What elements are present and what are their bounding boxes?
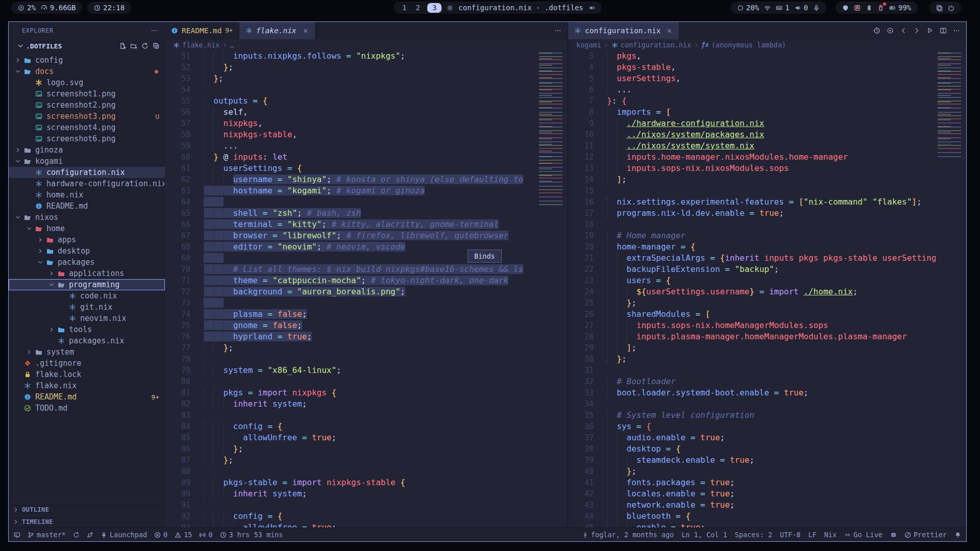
tree-item-git.nix[interactable]: git.nix xyxy=(9,302,165,313)
mouse-item[interactable] xyxy=(877,5,884,11)
outline-section[interactable]: OUTLINE xyxy=(9,503,165,516)
code-line-86[interactable]: 86 }; xyxy=(165,443,537,455)
tree-item-hardware-configuration.nix[interactable]: hardware-configuration.nix xyxy=(9,178,165,189)
history-icon[interactable] xyxy=(873,27,880,34)
code-line-11[interactable]: 11 ../nixos/system/system.nix xyxy=(568,140,936,152)
code-line-34[interactable]: 34 xyxy=(568,398,936,410)
code-line-15[interactable]: 15 xyxy=(568,185,936,196)
power-item[interactable] xyxy=(948,5,954,11)
code-line-38[interactable]: 38 desktop = { xyxy=(568,443,936,455)
tree-item-home[interactable]: home xyxy=(9,223,165,234)
code-line-29[interactable]: 29 ]; xyxy=(568,342,936,354)
status-ports[interactable]: 0 xyxy=(199,531,212,539)
code-line-12[interactable]: 12 inputs.home-manager.nixosModules.home… xyxy=(568,152,936,163)
tree-item-screenshot6.png[interactable]: screenshot6.png xyxy=(9,133,165,144)
code-line-24[interactable]: 24 ${userSettings.username} = import ./h… xyxy=(568,286,936,297)
breadcrumb-item[interactable]: configuration.nix xyxy=(611,41,691,49)
code-line-57[interactable]: 57 nixpkgs, xyxy=(165,118,537,129)
code-line-18[interactable]: 18 xyxy=(568,219,936,230)
status-errors[interactable]: 0 xyxy=(154,531,167,539)
code-line-67[interactable]: 67 browser = "librewolf"; # firefox, lib… xyxy=(165,230,537,241)
code-line-5[interactable]: 5 userSettings, xyxy=(568,73,936,84)
code-line-51[interactable]: 51 inputs.nixpkgs.follows = "nixpkgs"; xyxy=(165,51,537,62)
code-line-74[interactable]: 74 plasma = false; xyxy=(165,309,537,320)
tree-item-screenshot3.png[interactable]: screenshot3.pngU xyxy=(9,111,165,122)
tree-item-programming[interactable]: programming xyxy=(9,279,165,290)
code-line-70[interactable]: 70 # List all themes: $ nix build nixpkg… xyxy=(165,264,537,275)
code-line-6[interactable]: 6 ... xyxy=(568,84,936,95)
status-remote-indicator[interactable] xyxy=(14,532,20,538)
code-line-87[interactable]: 87 }; xyxy=(165,455,537,466)
tree-item-packages.nix[interactable]: packages.nix xyxy=(9,335,165,346)
code-line-85[interactable]: 85 allowUnfree = true; xyxy=(165,432,537,443)
code-line-3[interactable]: 3 pkgs, xyxy=(568,51,936,62)
code-line-30[interactable]: 30 }; xyxy=(568,354,936,365)
breadcrumb-item[interactable]: ƒx(anonymous lambda) xyxy=(701,41,786,49)
tree-item-system[interactable]: system xyxy=(9,346,165,358)
status-wakatime[interactable]: 3 hrs 53 mins xyxy=(220,531,283,539)
tree-item-packages[interactable]: packages xyxy=(9,257,165,268)
status-eol[interactable]: LF xyxy=(808,531,816,539)
code-line-58[interactable]: 58 nixpkgs-stable, xyxy=(165,129,537,140)
minimap-right[interactable] xyxy=(936,51,966,528)
code-line-56[interactable]: 56 self, xyxy=(165,107,537,118)
code-line-20[interactable]: 20 home-manager = { xyxy=(568,241,936,253)
code-line-63[interactable]: 63 hostname = "kogami"; # kogami or gino… xyxy=(165,185,537,196)
bluetooth-item[interactable] xyxy=(866,5,872,11)
status-git-blame[interactable]: foglar, 2 months ago xyxy=(582,531,674,539)
battery-item[interactable]: 99% xyxy=(889,4,911,12)
tree-item-config[interactable]: config xyxy=(9,55,165,66)
code-line-41[interactable]: 41 fonts.packages = true; xyxy=(568,477,936,488)
arrow-right-icon[interactable] xyxy=(913,27,920,34)
breadcrumb-left[interactable]: flake.nix›… xyxy=(165,39,568,51)
workspace-3[interactable]: 3 xyxy=(427,3,442,13)
target-icon[interactable] xyxy=(887,27,894,34)
code-line-59[interactable]: 59 ... xyxy=(165,140,537,152)
code-line-44[interactable]: 44 bluetooth = { xyxy=(568,511,936,522)
status-language-mode[interactable]: Nix xyxy=(824,531,837,539)
code-line-91[interactable]: 91 xyxy=(165,499,537,511)
code-line-25[interactable]: 25 }; xyxy=(568,297,936,309)
code-line-72[interactable]: 72 background = "aurora_borealis.png"; xyxy=(165,286,537,297)
tab-flake.nix[interactable]: flake.nix xyxy=(239,22,315,39)
tree-item-desktop[interactable]: desktop xyxy=(9,245,165,257)
run-icon[interactable] xyxy=(926,27,934,34)
status-cursor-position[interactable]: Ln 1, Col 1 xyxy=(681,531,727,539)
tree-item-docs[interactable]: docs xyxy=(9,66,165,77)
tree-item-README.md[interactable]: README.md xyxy=(9,201,165,212)
tree-item-apps[interactable]: apps xyxy=(9,234,165,245)
tree-item-tools[interactable]: tools xyxy=(9,324,165,335)
code-line-82[interactable]: 82 inherit system; xyxy=(165,398,537,410)
code-line-32[interactable]: 32 # Bootloader xyxy=(568,376,936,387)
breadcrumb-item[interactable]: kogami xyxy=(576,41,601,49)
keyboard-item[interactable]: 1 xyxy=(776,4,789,12)
code-line-52[interactable]: 52 }; xyxy=(165,62,537,73)
code-line-43[interactable]: 43 network.enable = true; xyxy=(568,499,936,511)
split-icon[interactable] xyxy=(940,27,947,34)
tree-item-configuration.nix[interactable]: configuration.nix xyxy=(9,167,165,178)
code-line-61[interactable]: 61 userSettings = { xyxy=(165,163,537,174)
tree-item-ginoza[interactable]: ginoza xyxy=(9,144,165,156)
new-folder-icon[interactable] xyxy=(130,42,137,49)
shield-item[interactable] xyxy=(842,5,849,11)
code-line-7[interactable]: 7}: { xyxy=(568,95,936,107)
tree-item-home.nix[interactable]: home.nix xyxy=(9,189,165,201)
code-line-73[interactable]: 73 xyxy=(165,297,537,309)
code-editor-flake-nix[interactable]: 51 inputs.nixpkgs.follows = "nixpkgs";52… xyxy=(165,51,537,528)
tree-item-flake.nix[interactable]: flake.nix xyxy=(9,380,165,391)
code-line-10[interactable]: 10 ../nixos/system/packages.nix xyxy=(568,129,936,140)
refresh-icon[interactable] xyxy=(141,42,149,49)
status-warnings[interactable]: 15 xyxy=(175,531,192,539)
code-line-33[interactable]: 33 boot.loader.systemd-boot.enable = tru… xyxy=(568,387,936,398)
tab-configuration.nix[interactable]: configuration.nix xyxy=(568,22,679,39)
code-line-66[interactable]: 66 terminal = "kitty"; # kitty, alacritt… xyxy=(165,219,537,230)
code-line-64[interactable]: 64 xyxy=(165,196,537,208)
status-indentation[interactable]: Spaces: 2 xyxy=(735,531,772,539)
code-line-65[interactable]: 65 shell = "zsh"; # bash, zsh xyxy=(165,208,537,219)
tree-item-applications[interactable]: applications xyxy=(9,268,165,279)
code-line-88[interactable]: 88 xyxy=(165,466,537,477)
code-line-90[interactable]: 90 inherit system; xyxy=(165,488,537,499)
code-line-37[interactable]: 37 audio.enable = true; xyxy=(568,432,936,443)
tab-README.md[interactable]: README.md9+ xyxy=(165,22,239,39)
tree-item-screenshot2.png[interactable]: screenshot2.png xyxy=(9,99,165,111)
